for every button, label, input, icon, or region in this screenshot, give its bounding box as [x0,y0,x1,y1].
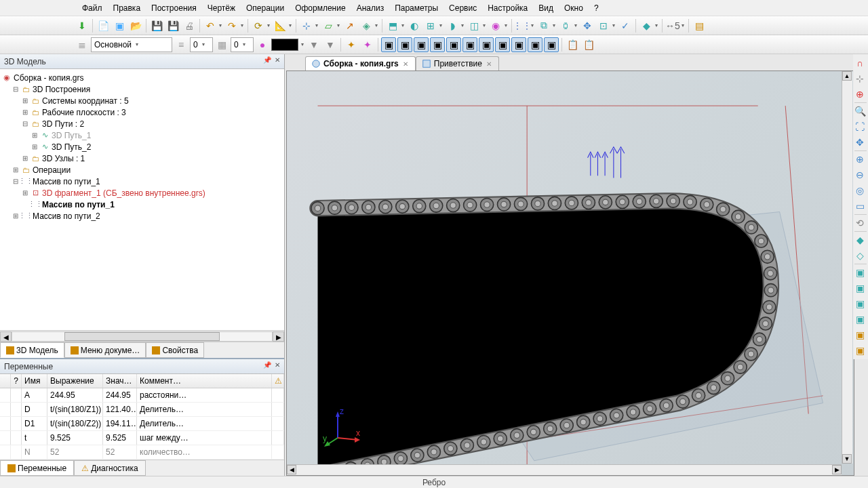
tree-root[interactable]: ◉Сборка - копия.grs [1,72,283,83]
tree-array-1[interactable]: ⊟⋮⋮Массив по пути_1 [1,176,283,187]
scroll-left-icon[interactable]: ◀ [287,465,296,474]
viewport-vscroll[interactable]: ▲ ▼ [842,71,852,464]
close-tab-icon[interactable]: ✕ [401,60,410,68]
sel9-icon[interactable]: ▣ [511,37,526,52]
sel5-icon[interactable]: ▣ [446,37,461,52]
close-icon[interactable]: ✕ [273,361,282,371]
tree-fragment-1[interactable]: ⊞⊡3D фрагмент_1 (СБ_звено внутреннее.grs… [1,187,283,199]
material-icon[interactable]: ◆ [639,18,654,33]
snap-icon[interactable]: ⊹ [853,71,867,86]
tree-3d-constructions[interactable]: ⊟🗀3D Построения [1,83,283,95]
filter1-icon[interactable]: ▼ [307,37,321,52]
menu-edit[interactable]: Правка [109,2,145,14]
sel10-icon[interactable]: ▣ [528,37,542,52]
shade2-icon[interactable]: ◇ [853,248,867,263]
color-swatch[interactable] [271,39,298,51]
tree-array-2[interactable]: ⊞⋮⋮Массив по пути_2 [1,210,283,222]
tab-properties[interactable]: Свойства [146,342,204,358]
table-row[interactable]: t9.5259.525шаг между… [0,431,284,445]
menu-construct[interactable]: Построения [147,2,201,14]
tab-diagnostics[interactable]: ⚠Диагностика [74,460,146,476]
projection-icon[interactable]: ▤ [692,18,707,33]
menu-file[interactable]: Файл [78,2,106,14]
view3-icon[interactable]: ▣ [853,296,867,311]
table-row[interactable]: D1t/(sin(180/Z2))194.11…Делитель… [0,417,284,431]
table-row[interactable]: Dt/(sin(180/Z1))121.40…Делитель… [0,403,284,417]
fit-icon[interactable]: ⛶ [853,119,867,134]
view2-icon[interactable]: ▣ [853,281,867,296]
scroll-left-icon[interactable]: ◀ [0,331,12,342]
redo-icon[interactable]: ↷ [224,18,239,33]
star1-icon[interactable]: ✦ [344,37,359,52]
pan-icon[interactable]: ✥ [853,135,867,150]
pin-icon[interactable]: 📌 [262,361,272,371]
array-icon[interactable]: ⋮⋮ [515,18,530,33]
hole-icon[interactable]: ◉ [488,18,503,33]
tree-array-path-1[interactable]: ⋮⋮Массив по пути_1 [1,199,283,210]
scroll-right-icon[interactable]: ▶ [832,465,842,474]
model-tree[interactable]: ◉Сборка - копия.grs ⊟🗀3D Построения ⊞🗀Си… [0,69,284,330]
scroll-thumb[interactable] [64,332,220,341]
pin-icon[interactable]: 📌 [262,56,272,66]
axis-icon[interactable]: ↗ [342,18,357,33]
tree-path-2[interactable]: ⊞∿3D Путь_2 [1,141,283,152]
dim-icon[interactable]: ↔5 [665,18,680,33]
table-row[interactable]: N5252количество… [0,445,284,460]
print-icon[interactable]: 🖨 [182,18,197,33]
tree-operations[interactable]: ⊞🗀Операции [1,164,283,176]
view4-icon[interactable]: ▣ [853,312,867,327]
layer-combo[interactable]: Основной▾ [91,37,172,52]
menu-setup[interactable]: Настройка [484,2,532,14]
zoom-sel-icon[interactable]: ◎ [853,183,867,198]
axis-gizmo[interactable]: z x y [321,407,361,448]
scroll-down-icon[interactable]: ▼ [842,454,852,464]
paste-icon[interactable]: 📋 [581,37,596,52]
view6-icon[interactable]: ▣ [853,343,867,358]
close-tab-icon[interactable]: ✕ [485,60,493,68]
menu-service[interactable]: Сервис [445,2,481,14]
copy-icon[interactable]: ⧉ [536,18,551,33]
sel3-icon[interactable]: ▣ [414,37,429,52]
scroll-up-icon[interactable]: ▲ [842,71,852,81]
boolean-icon[interactable]: ⊞ [423,18,438,33]
filter2-icon[interactable]: ▼ [323,37,338,52]
sel11-icon[interactable]: ▣ [544,37,559,52]
shade-icon[interactable]: ◆ [853,232,867,247]
view1-icon[interactable]: ▣ [853,265,867,280]
menu-view[interactable]: Вид [534,2,557,14]
layers-icon[interactable]: ≡ [174,37,189,52]
accept-icon[interactable]: ⬇ [75,18,90,33]
star2-icon[interactable]: ✦ [360,37,375,52]
undo-icon[interactable]: ↶ [203,18,218,33]
sel8-icon[interactable]: ▣ [495,37,510,52]
save-as-icon[interactable]: 💾 [165,18,180,33]
sel7-icon[interactable]: ▣ [479,37,494,52]
viewport-hscroll[interactable]: ◀ ▶ [287,464,842,475]
sel2-icon[interactable]: ▣ [397,37,412,52]
menu-help[interactable]: ? [590,2,603,14]
save-icon[interactable]: 💾 [149,18,164,33]
shell-icon[interactable]: ◫ [467,18,481,33]
menu-parameters[interactable]: Параметры [391,2,442,14]
layer-icon[interactable]: ≣ [75,37,90,52]
extrude-icon[interactable]: ⬒ [385,18,400,33]
sel6-icon[interactable]: ▣ [462,37,477,52]
zoom-win-icon[interactable]: ▭ [853,199,867,214]
3d-viewport[interactable]: z x y ▲ ▼ ◀ ▶ [286,70,854,476]
tab-3d-model[interactable]: 3D Модель [0,342,64,358]
sel1-icon[interactable]: ▣ [381,37,396,52]
view5-icon[interactable]: ▣ [853,327,867,342]
csys-icon[interactable]: ⊹ [299,18,314,33]
sel4-icon[interactable]: ▣ [430,37,445,52]
menu-analysis[interactable]: Анализ [353,2,389,14]
zoom-out-icon[interactable]: ⊖ [853,167,867,182]
magnet-icon[interactable]: ∩ [853,56,867,70]
measure-icon[interactable]: 📐 [273,18,288,33]
assembly-icon[interactable]: ⊡ [596,18,611,33]
close-icon[interactable]: ✕ [273,56,282,66]
rebuild-icon[interactable]: ⟳ [251,18,266,33]
fillet-icon[interactable]: ◗ [445,18,460,33]
scroll-right-icon[interactable]: ▶ [273,331,284,342]
spin2[interactable]: 0▾ [231,37,254,52]
new-doc-icon[interactable]: 📄 [96,18,111,33]
